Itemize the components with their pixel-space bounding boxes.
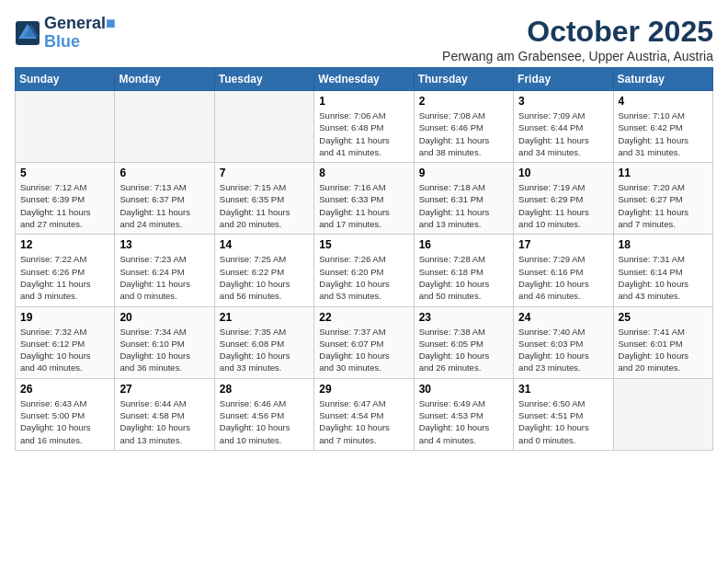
calendar-cell — [214, 91, 313, 163]
weekday-header-saturday: Saturday — [613, 68, 712, 91]
day-number: 25 — [619, 311, 708, 324]
calendar-cell: 14Sunrise: 7:25 AM Sunset: 6:22 PM Dayli… — [214, 235, 313, 306]
day-number: 17 — [518, 238, 608, 251]
weekday-header-row: SundayMondayTuesdayWednesdayThursdayFrid… — [16, 68, 713, 91]
day-number: 26 — [20, 383, 109, 396]
calendar-week-3: 12Sunrise: 7:22 AM Sunset: 6:26 PM Dayli… — [16, 235, 713, 306]
calendar-cell: 25Sunrise: 7:41 AM Sunset: 6:01 PM Dayli… — [613, 306, 712, 378]
calendar-cell: 26Sunrise: 6:43 AM Sunset: 5:00 PM Dayli… — [16, 378, 115, 450]
day-number: 1 — [319, 95, 408, 108]
day-number: 9 — [419, 167, 508, 179]
weekday-header-wednesday: Wednesday — [314, 68, 414, 91]
day-number: 7 — [220, 167, 309, 179]
day-info: Sunrise: 7:08 AM Sunset: 6:46 PM Dayligh… — [419, 109, 508, 158]
day-info: Sunrise: 6:49 AM Sunset: 4:53 PM Dayligh… — [419, 397, 508, 446]
calendar-cell: 9Sunrise: 7:18 AM Sunset: 6:31 PM Daylig… — [414, 163, 513, 235]
calendar-cell: 18Sunrise: 7:31 AM Sunset: 6:14 PM Dayli… — [613, 235, 712, 306]
day-number: 6 — [119, 167, 209, 179]
day-info: Sunrise: 7:10 AM Sunset: 6:42 PM Dayligh… — [619, 109, 708, 158]
day-info: Sunrise: 6:47 AM Sunset: 4:54 PM Dayligh… — [319, 397, 408, 446]
day-info: Sunrise: 7:40 AM Sunset: 6:03 PM Dayligh… — [518, 326, 608, 374]
day-number: 24 — [518, 311, 608, 324]
day-number: 22 — [319, 311, 408, 324]
day-info: Sunrise: 7:23 AM Sunset: 6:24 PM Dayligh… — [119, 253, 209, 302]
calendar-cell: 27Sunrise: 6:44 AM Sunset: 4:58 PM Dayli… — [115, 378, 214, 450]
calendar-week-1: 1Sunrise: 7:06 AM Sunset: 6:48 PM Daylig… — [16, 91, 713, 163]
calendar-cell — [115, 91, 214, 163]
weekday-header-friday: Friday — [514, 68, 613, 91]
day-number: 11 — [619, 167, 708, 179]
logo: General■ Blue — [15, 15, 116, 52]
day-info: Sunrise: 7:31 AM Sunset: 6:14 PM Dayligh… — [619, 253, 708, 302]
day-number: 3 — [518, 95, 608, 108]
calendar-cell: 20Sunrise: 7:34 AM Sunset: 6:10 PM Dayli… — [115, 306, 214, 378]
day-info: Sunrise: 7:32 AM Sunset: 6:12 PM Dayligh… — [20, 326, 109, 374]
calendar-cell: 23Sunrise: 7:38 AM Sunset: 6:05 PM Dayli… — [414, 306, 513, 378]
day-number: 27 — [119, 383, 209, 396]
day-info: Sunrise: 7:16 AM Sunset: 6:33 PM Dayligh… — [319, 181, 408, 230]
calendar-cell: 22Sunrise: 7:37 AM Sunset: 6:07 PM Dayli… — [314, 306, 414, 378]
day-info: Sunrise: 7:12 AM Sunset: 6:39 PM Dayligh… — [20, 181, 109, 230]
day-number: 15 — [319, 238, 408, 251]
calendar-cell: 10Sunrise: 7:19 AM Sunset: 6:29 PM Dayli… — [514, 163, 613, 235]
calendar-cell — [16, 91, 115, 163]
weekday-header-thursday: Thursday — [414, 68, 513, 91]
location-subtitle: Perwang am Grabensee, Upper Austria, Aus… — [442, 49, 713, 63]
day-number: 30 — [419, 383, 508, 396]
day-number: 21 — [220, 311, 309, 324]
day-info: Sunrise: 7:41 AM Sunset: 6:01 PM Dayligh… — [619, 326, 708, 374]
day-info: Sunrise: 6:46 AM Sunset: 4:56 PM Dayligh… — [220, 397, 309, 446]
calendar-cell: 11Sunrise: 7:20 AM Sunset: 6:27 PM Dayli… — [613, 163, 712, 235]
day-number: 31 — [518, 383, 608, 396]
day-info: Sunrise: 7:37 AM Sunset: 6:07 PM Dayligh… — [319, 326, 408, 374]
day-info: Sunrise: 6:50 AM Sunset: 4:51 PM Dayligh… — [518, 397, 608, 446]
title-block: October 2025 Perwang am Grabensee, Upper… — [442, 15, 713, 63]
day-info: Sunrise: 7:15 AM Sunset: 6:35 PM Dayligh… — [220, 181, 309, 230]
weekday-header-tuesday: Tuesday — [214, 68, 313, 91]
day-number: 28 — [220, 383, 309, 396]
calendar-week-5: 26Sunrise: 6:43 AM Sunset: 5:00 PM Dayli… — [16, 378, 713, 450]
day-info: Sunrise: 7:13 AM Sunset: 6:37 PM Dayligh… — [119, 181, 209, 230]
day-info: Sunrise: 7:28 AM Sunset: 6:18 PM Dayligh… — [419, 253, 508, 302]
calendar-cell: 17Sunrise: 7:29 AM Sunset: 6:16 PM Dayli… — [514, 235, 613, 306]
day-number: 16 — [419, 238, 508, 251]
day-number: 29 — [319, 383, 408, 396]
day-number: 18 — [619, 238, 708, 251]
calendar-cell: 12Sunrise: 7:22 AM Sunset: 6:26 PM Dayli… — [16, 235, 115, 306]
day-info: Sunrise: 6:43 AM Sunset: 5:00 PM Dayligh… — [20, 397, 109, 446]
day-number: 4 — [619, 95, 708, 108]
day-info: Sunrise: 6:44 AM Sunset: 4:58 PM Dayligh… — [119, 397, 209, 446]
day-number: 2 — [419, 95, 508, 108]
calendar-cell: 3Sunrise: 7:09 AM Sunset: 6:44 PM Daylig… — [514, 91, 613, 163]
page-header: General■ Blue October 2025 Perwang am Gr… — [15, 15, 713, 63]
day-number: 8 — [319, 167, 408, 179]
calendar-week-2: 5Sunrise: 7:12 AM Sunset: 6:39 PM Daylig… — [16, 163, 713, 235]
calendar-cell: 15Sunrise: 7:26 AM Sunset: 6:20 PM Dayli… — [314, 235, 414, 306]
calendar-cell: 29Sunrise: 6:47 AM Sunset: 4:54 PM Dayli… — [314, 378, 414, 450]
calendar-cell: 7Sunrise: 7:15 AM Sunset: 6:35 PM Daylig… — [214, 163, 313, 235]
day-number: 12 — [20, 238, 109, 251]
calendar-cell: 8Sunrise: 7:16 AM Sunset: 6:33 PM Daylig… — [314, 163, 414, 235]
weekday-header-monday: Monday — [115, 68, 214, 91]
calendar-table: SundayMondayTuesdayWednesdayThursdayFrid… — [15, 67, 713, 451]
day-number: 10 — [518, 167, 608, 179]
day-info: Sunrise: 7:34 AM Sunset: 6:10 PM Dayligh… — [119, 326, 209, 374]
day-info: Sunrise: 7:29 AM Sunset: 6:16 PM Dayligh… — [518, 253, 608, 302]
calendar-cell: 19Sunrise: 7:32 AM Sunset: 6:12 PM Dayli… — [16, 306, 115, 378]
day-number: 13 — [119, 238, 209, 251]
day-info: Sunrise: 7:26 AM Sunset: 6:20 PM Dayligh… — [319, 253, 408, 302]
calendar-cell: 24Sunrise: 7:40 AM Sunset: 6:03 PM Dayli… — [514, 306, 613, 378]
calendar-cell: 21Sunrise: 7:35 AM Sunset: 6:08 PM Dayli… — [214, 306, 313, 378]
day-number: 19 — [20, 311, 109, 324]
day-info: Sunrise: 7:35 AM Sunset: 6:08 PM Dayligh… — [220, 326, 309, 374]
day-info: Sunrise: 7:20 AM Sunset: 6:27 PM Dayligh… — [619, 181, 708, 230]
day-number: 20 — [119, 311, 209, 324]
calendar-cell: 6Sunrise: 7:13 AM Sunset: 6:37 PM Daylig… — [115, 163, 214, 235]
calendar-cell: 31Sunrise: 6:50 AM Sunset: 4:51 PM Dayli… — [514, 378, 613, 450]
calendar-cell: 13Sunrise: 7:23 AM Sunset: 6:24 PM Dayli… — [115, 235, 214, 306]
day-number: 23 — [419, 311, 508, 324]
day-info: Sunrise: 7:19 AM Sunset: 6:29 PM Dayligh… — [518, 181, 608, 230]
logo-icon — [15, 20, 40, 46]
calendar-cell: 5Sunrise: 7:12 AM Sunset: 6:39 PM Daylig… — [16, 163, 115, 235]
calendar-cell: 2Sunrise: 7:08 AM Sunset: 6:46 PM Daylig… — [414, 91, 513, 163]
